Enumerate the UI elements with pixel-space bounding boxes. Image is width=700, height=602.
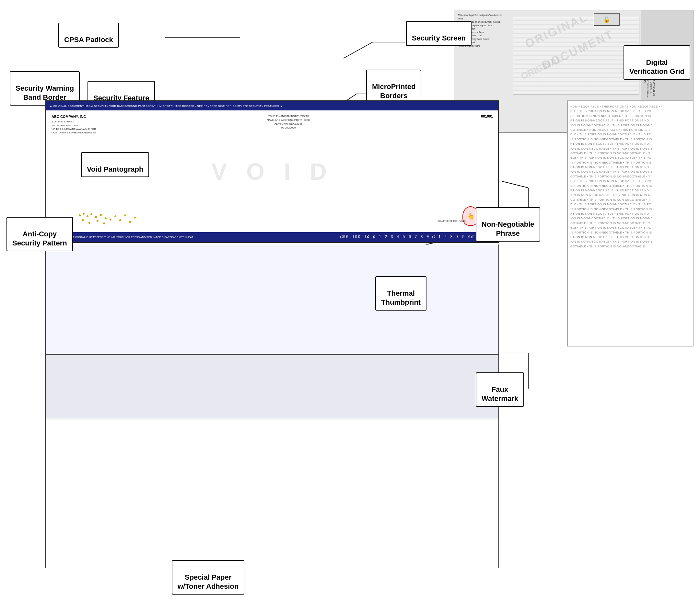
diagram-container: ORIGINAL DOCUMENT ORIGINAL This check is… [0,0,700,602]
label-thermal-thumbprint: Thermal Thumbprint [375,276,426,311]
non-negotiable-lines: NON-NEGOTIABLE • THIS PORTION IS NON-NEG… [570,104,690,249]
non-negotiable-panel: NON-NEGOTIABLE • THIS PORTION IS NON-NEG… [567,100,694,346]
label-anti-copy-security: Anti-Copy Security Pattern [6,217,73,251]
non-negotiable-line: GOTIABLE • THIS PORTION IS NON-NEGOTIABL… [570,198,690,202]
non-negotiable-line: RTION IS NON-NEGOTIABLE • THIS PORTION I… [570,188,690,193]
non-negotiable-line: GOTIABLE • THIS PORTION IS NON-NEGOTIABL… [570,221,690,226]
non-negotiable-line: ION IS NON-NEGOTIABLE • THIS PORTION IS … [570,239,690,244]
non-negotiable-line: S PORTION IS NON-NEGOTIABLE • THIS PORTI… [570,114,690,118]
cpsa-padlock-symbol: 🔒 [594,13,620,26]
non-negotiable-line: BLE • THIS PORTION IS NON-NEGOTIABLE • T… [570,226,690,230]
label-security-screen: Security Screen [406,21,472,46]
non-negotiable-line: BLE • THIS PORTION IS NON-NEGOTIABLE • T… [570,179,690,183]
label-microprinted-borders: MicroPrinted Borders [366,70,421,104]
non-negotiable-line: BLE • THIS PORTION IS NON-NEGOTIABLE • T… [570,109,690,113]
non-negotiable-line: RTION IS NON-NEGOTIABLE • THIS PORTION I… [570,235,690,239]
check-sample-void: SAMPLE CHECK-VOID [438,219,466,223]
non-negotiable-line: BLE • THIS PORTION IS NON-NEGOTIABLE • T… [570,202,690,207]
non-negotiable-line: GOTIABLE • THIS PORTION IS NON-NEGOTIABL… [570,151,690,155]
non-negotiable-line: ION IS NON-NEGOTIABLE • THIS PORTION IS … [570,193,690,197]
non-negotiable-line: RTION IS NON-NEGOTIABLE • THIS PORTION I… [570,141,690,146]
check-lower-section1 [45,244,499,355]
label-cpsa-padlock: CPSA Padlock [58,23,119,48]
non-negotiable-line: RTION IS NON-NEGOTIABLE • THIS PORTION I… [570,165,690,169]
label-special-paper: Special Paper w/Toner Adhesion [172,560,244,595]
non-negotiable-line: RTION IS NON-NEGOTIABLE • THIS PORTION I… [570,211,690,216]
non-negotiable-line: GOTIABLE • THIS PORTION IS NON-NEGOTIABL… [570,174,690,179]
check-header-bar: ▲ ORIGINAL DOCUMENT HAS A SECURITY VOID … [46,101,498,110]
check-lower-section2 [45,355,499,419]
label-digital-verification-grid: Digital Verification Grid [624,45,690,80]
non-negotiable-line: IS PORTION IS NON-NEGOTIABLE • THIS PORT… [570,160,690,165]
check-lower-section3 [45,419,499,568]
non-negotiable-line: ION IS NON-NEGOTIABLE • THIS PORTION IS … [570,147,690,151]
label-void-pantograph: Void Pantograph [81,152,149,177]
svg-line-3 [344,42,373,58]
check-bottom-bar: ▲ THIS DOCUMENT CONTAINS HEAT SENSITIVE … [46,232,498,242]
non-negotiable-line: BLE • THIS PORTION IS NON-NEGOTIABLE • T… [570,155,690,160]
label-faux-watermark: Faux Watermark [476,372,524,407]
non-negotiable-line: ION IS NON-NEGOTIABLE • THIS PORTION IS … [570,216,690,220]
label-non-negotiable-phrase: Non-Negotiable Phrase [476,207,540,242]
non-negotiable-line: IS PORTION IS NON-NEGOTIABLE • THIS PORT… [570,184,690,188]
non-negotiable-line: ION IS NON-NEGOTIABLE • THIS PORTION IS … [570,123,690,128]
non-negotiable-line: IS PORTION IS NON-NEGOTIABLE • THIS PORT… [570,207,690,211]
non-negotiable-line: GOTIABLE • NON-NEGOTIABLE • THIS PORTION… [570,128,690,132]
security-screen-area: ORIGINAL DOCUMENT ORIGINAL [513,17,640,95]
non-negotiable-line: ION IS NON-NEGOTIABLE • THIS PORTION IS … [570,169,690,174]
anti-copy-dots [79,213,144,226]
non-negotiable-line: RTION IS NON-NEGOTIABLE • THIS PORTION I… [570,118,690,123]
non-negotiable-line: IS PORTION IS NON-NEGOTIABLE • THIS PORT… [570,230,690,235]
non-negotiable-line: IS PORTION IS NON-NEGOTIABLE • THIS PORT… [570,137,690,141]
check-fi-info: YOUR FINANCIAL INSTITUTION'S NAME AND AD… [126,114,451,228]
non-negotiable-line: NON-NEGOTIABLE • THIS PORTION IS NON-NEG… [570,104,690,109]
non-negotiable-line: GOTIABLE • THIS PORTION IS NON-NEGOTIABL… [570,244,690,249]
svg-line-15 [502,181,528,188]
non-negotiable-line: BLE • THIS PORTION IS NON-NEGOTIABLE • T… [570,132,690,137]
